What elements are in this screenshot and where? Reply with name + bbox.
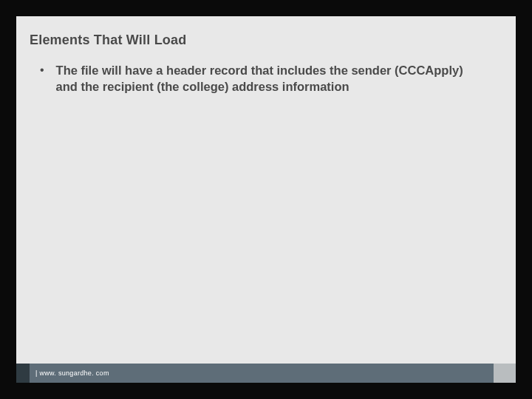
bullet-text: The file will have a header record that … xyxy=(56,62,479,95)
bullet-icon: • xyxy=(40,62,44,78)
footer-accent-dark xyxy=(16,364,30,383)
slide-content: • The file will have a header record tha… xyxy=(37,62,479,95)
footer: | www. sungardhe. com xyxy=(16,364,516,383)
footer-url: | www. sungardhe. com xyxy=(35,369,109,377)
footer-accent-light xyxy=(494,364,516,383)
bullet-item: • The file will have a header record tha… xyxy=(37,62,479,95)
footer-bar: | www. sungardhe. com xyxy=(30,364,494,383)
slide: Elements That Will Load • The file will … xyxy=(16,16,516,383)
slide-title: Elements That Will Load xyxy=(30,33,186,48)
